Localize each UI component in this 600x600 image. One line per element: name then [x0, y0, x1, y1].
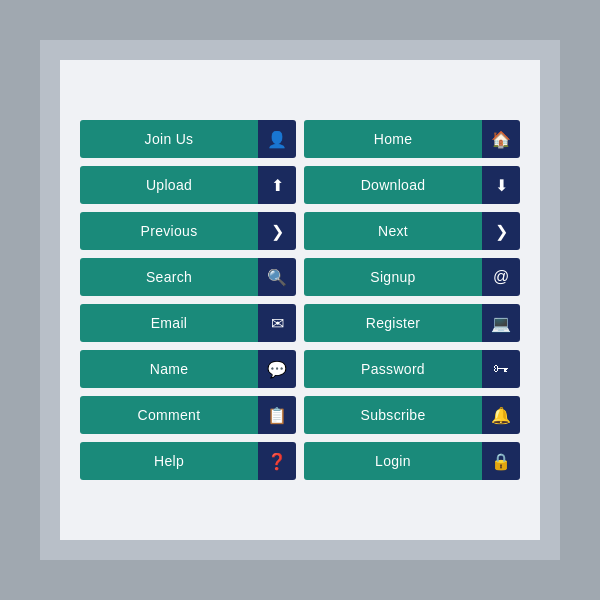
login-label: Login	[304, 442, 482, 480]
previous-button[interactable]: Previous❯	[80, 212, 296, 250]
subscribe-icon: 🔔	[482, 396, 520, 434]
subscribe-label: Subscribe	[304, 396, 482, 434]
search-button[interactable]: Search🔍	[80, 258, 296, 296]
register-button[interactable]: Register💻	[304, 304, 520, 342]
upload-icon: ⬆	[258, 166, 296, 204]
join-us-button[interactable]: Join Us👤	[80, 120, 296, 158]
previous-label: Previous	[80, 212, 258, 250]
search-icon: 🔍	[258, 258, 296, 296]
comment-label: Comment	[80, 396, 258, 434]
email-icon: ✉	[258, 304, 296, 342]
name-label: Name	[80, 350, 258, 388]
next-icon: ❯	[482, 212, 520, 250]
join-us-label: Join Us	[80, 120, 258, 158]
join-us-icon: 👤	[258, 120, 296, 158]
search-label: Search	[80, 258, 258, 296]
previous-icon: ❯	[258, 212, 296, 250]
password-icon: 🗝	[482, 350, 520, 388]
next-label: Next	[304, 212, 482, 250]
signup-label: Signup	[304, 258, 482, 296]
download-button[interactable]: Download⬇	[304, 166, 520, 204]
password-button[interactable]: Password🗝	[304, 350, 520, 388]
download-label: Download	[304, 166, 482, 204]
home-icon: 🏠	[482, 120, 520, 158]
home-label: Home	[304, 120, 482, 158]
comment-icon: 📋	[258, 396, 296, 434]
help-label: Help	[80, 442, 258, 480]
register-icon: 💻	[482, 304, 520, 342]
upload-button[interactable]: Upload⬆	[80, 166, 296, 204]
upload-label: Upload	[80, 166, 258, 204]
signup-icon: @	[482, 258, 520, 296]
comment-button[interactable]: Comment📋	[80, 396, 296, 434]
help-button[interactable]: Help❓	[80, 442, 296, 480]
email-button[interactable]: Email✉	[80, 304, 296, 342]
help-icon: ❓	[258, 442, 296, 480]
outer-frame: Join Us👤Home🏠Upload⬆Download⬇Previous❯Ne…	[40, 40, 560, 560]
subscribe-button[interactable]: Subscribe🔔	[304, 396, 520, 434]
register-label: Register	[304, 304, 482, 342]
name-icon: 💬	[258, 350, 296, 388]
next-button[interactable]: Next❯	[304, 212, 520, 250]
name-button[interactable]: Name💬	[80, 350, 296, 388]
login-icon: 🔒	[482, 442, 520, 480]
button-grid: Join Us👤Home🏠Upload⬆Download⬇Previous❯Ne…	[80, 120, 520, 480]
login-button[interactable]: Login🔒	[304, 442, 520, 480]
inner-frame: Join Us👤Home🏠Upload⬆Download⬇Previous❯Ne…	[60, 60, 540, 540]
signup-button[interactable]: Signup@	[304, 258, 520, 296]
download-icon: ⬇	[482, 166, 520, 204]
password-label: Password	[304, 350, 482, 388]
home-button[interactable]: Home🏠	[304, 120, 520, 158]
email-label: Email	[80, 304, 258, 342]
